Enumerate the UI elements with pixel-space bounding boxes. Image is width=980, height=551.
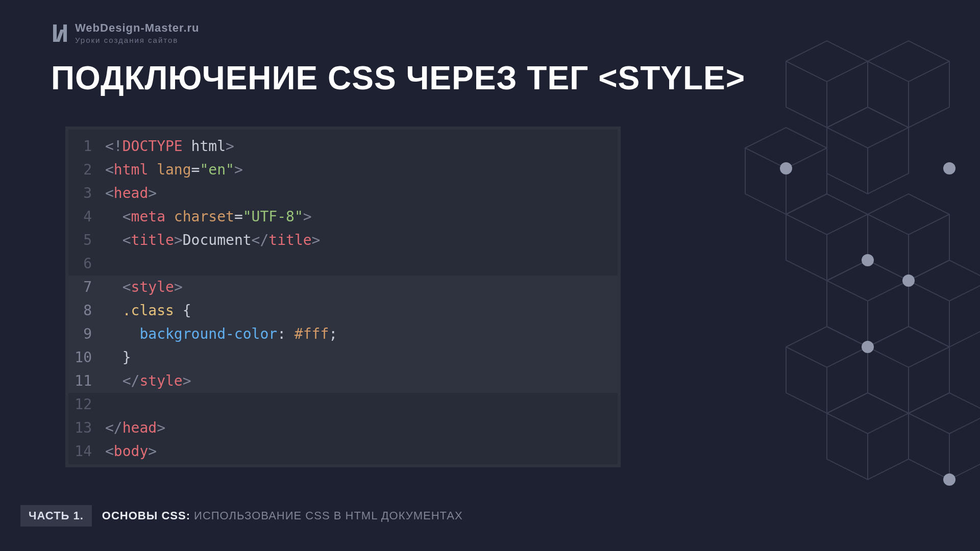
brand-tagline: Уроки создания сайтов — [75, 36, 200, 44]
code-line: 13</head> — [68, 416, 618, 440]
line-number: 8 — [68, 299, 98, 322]
line-content: .class { — [98, 299, 191, 322]
line-number: 13 — [68, 416, 98, 440]
line-content: <head> — [98, 182, 157, 205]
line-content: <meta charset="UTF-8"> — [98, 205, 312, 229]
code-line: 5 <title>Document</title> — [68, 229, 618, 252]
svg-point-28 — [862, 341, 874, 353]
code-line: 4 <meta charset="UTF-8"> — [68, 205, 618, 229]
line-content: <!DOCTYPE html> — [98, 135, 234, 158]
line-content: } — [98, 346, 131, 369]
line-number: 9 — [68, 322, 98, 346]
code-line: 3<head> — [68, 182, 618, 205]
line-number: 11 — [68, 369, 98, 393]
line-number: 10 — [68, 346, 98, 369]
line-content: background-color: #fff; — [98, 322, 337, 346]
code-line: 1<!DOCTYPE html> — [68, 135, 618, 158]
line-content: </head> — [98, 416, 165, 440]
brand-text: WebDesign-Master.ru Уроки создания сайто… — [75, 21, 200, 44]
code-line: 14<body> — [68, 440, 618, 463]
line-content: <body> — [98, 440, 157, 463]
line-number: 12 — [68, 393, 98, 416]
code-line: 10 } — [68, 346, 618, 369]
svg-point-25 — [943, 162, 955, 174]
footer-main: ОСНОВЫ CSS: — [102, 509, 190, 522]
code-panel: 1<!DOCTYPE html>2<html lang="en">3<head>… — [65, 127, 621, 467]
line-number: 5 — [68, 229, 98, 252]
decorative-cubes — [633, 20, 980, 531]
svg-point-24 — [780, 162, 792, 174]
code-line: 11 </style> — [68, 369, 618, 393]
line-number: 14 — [68, 440, 98, 463]
svg-point-26 — [862, 254, 874, 266]
line-number: 6 — [68, 252, 98, 276]
code-line: 9 background-color: #fff; — [68, 322, 618, 346]
line-content: </style> — [98, 369, 191, 393]
line-content: <style> — [98, 276, 183, 299]
code-line: 6 — [68, 252, 618, 276]
line-number: 7 — [68, 276, 98, 299]
svg-point-27 — [902, 274, 915, 287]
brand-header: WebDesign-Master.ru Уроки создания сайто… — [53, 21, 200, 44]
line-number: 1 — [68, 135, 98, 158]
logo-icon — [53, 24, 67, 42]
line-content: <html lang="en"> — [98, 158, 243, 182]
brand-name: WebDesign-Master.ru — [75, 21, 200, 35]
code-line: 12 — [68, 393, 618, 416]
part-badge: ЧАСТЬ 1. — [20, 505, 92, 527]
line-content: <title>Document</title> — [98, 229, 320, 252]
svg-point-29 — [943, 473, 955, 486]
line-number: 2 — [68, 158, 98, 182]
line-number: 3 — [68, 182, 98, 205]
svg-marker-14 — [909, 260, 980, 347]
line-number: 4 — [68, 205, 98, 229]
svg-marker-22 — [909, 393, 980, 480]
footer-sub: ИСПОЛЬЗОВАНИЕ CSS В HTML ДОКУМЕНТАХ — [194, 509, 463, 522]
code-line: 2<html lang="en"> — [68, 158, 618, 182]
code-line: 7 <style> — [68, 276, 618, 299]
footer: ЧАСТЬ 1. ОСНОВЫ CSS: ИСПОЛЬЗОВАНИЕ CSS В… — [20, 505, 463, 527]
code-line: 8 .class { — [68, 299, 618, 322]
